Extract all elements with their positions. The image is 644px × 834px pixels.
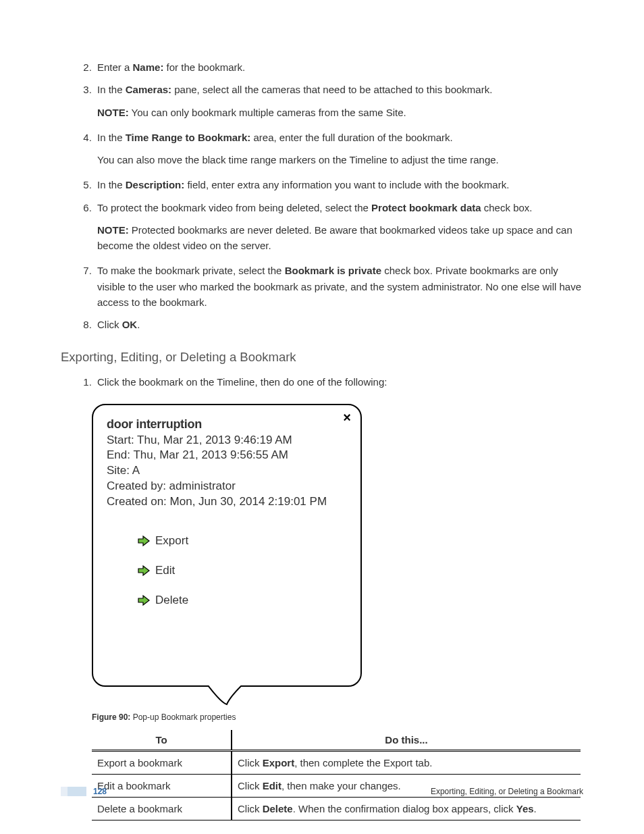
popup-created-on: Created on: Mon, Jun 30, 2014 2:19:01 PM [107,494,347,510]
step-bold: Cameras: [126,84,171,95]
step-suffix: . [137,319,140,330]
section-heading: Exporting, Editing, or Deleting a Bookma… [61,350,583,365]
table-header-to: To [92,730,232,751]
table-header-do: Do this... [232,730,581,751]
step-5: In the Description: field, enter extra a… [95,177,583,192]
figure-caption: Figure 90: Pop-up Bookmark properties [92,712,583,722]
sub-step-1: Click the bookmark on the Timeline, then… [95,374,583,390]
step-8: Click OK. [95,317,583,332]
figure-label: Figure 90: [92,712,130,722]
step-text: To make the bookmark private, select the [97,265,285,276]
arrow-right-icon [138,536,150,546]
note-text: You can only bookmark multiple cameras f… [129,107,406,118]
note-label: NOTE: [97,224,129,236]
step-6: To protect the bookmark video from being… [95,200,583,254]
popup-end: End: Thu, Mar 21, 2013 9:56:55 AM [107,448,347,463]
popup-actions: Export Edit Delete [107,534,347,607]
figure-text: Pop-up Bookmark properties [130,712,236,722]
arrow-right-icon [138,565,150,576]
popup-action-label: Delete [155,594,188,607]
arrow-right-icon [138,595,150,606]
popup-created-by: Created by: administrator [107,479,347,494]
step-bold: Name: [133,61,164,73]
page-decor-icon [61,787,86,796]
popup-delete-link[interactable]: Delete [138,594,347,607]
step-text: In the [97,84,126,95]
step-bold: Description: [126,179,185,190]
popup-action-label: Edit [155,564,175,577]
step-suffix: pane, select all the cameras that need t… [171,84,492,95]
popup-site: Site: A [107,463,347,479]
step-text: In the [97,132,126,143]
popup-action-label: Export [155,534,188,548]
step-bold: Protect bookmark data [371,202,481,213]
step-note: NOTE: Protected bookmarks are never dele… [97,222,583,254]
step-text: Click [97,319,122,330]
step-4: In the Time Range to Bookmark: area, ent… [95,130,583,168]
step-extra: You can also move the black time range m… [97,152,583,167]
step-text: Enter a [97,61,133,73]
page-footer: 128 Exporting, Editing, or Deleting a Bo… [0,787,644,796]
table-row: Export a bookmark Click Export, then com… [92,751,581,775]
table-cell-to: Export a bookmark [92,751,232,775]
step-text: To protect the bookmark video from being… [97,202,371,213]
page-number: 128 [93,787,107,796]
step-suffix: for the bookmark. [163,61,245,73]
popup-start: Start: Thu, Mar 21, 2013 9:46:19 AM [107,433,347,448]
step-bold: Bookmark is private [285,265,381,276]
actions-table: To Do this... Export a bookmark Click Ex… [92,730,581,820]
note-text: Protected bookmarks are never deleted. B… [97,224,572,251]
footer-topic: Exporting, Editing, or Deleting a Bookma… [431,787,583,796]
step-suffix: area, enter the full duration of the boo… [250,132,452,143]
step-bold: Time Range to Bookmark: [126,132,251,143]
close-icon[interactable]: × [343,411,351,424]
step-bold: OK [122,319,138,330]
popup-edit-link[interactable]: Edit [138,564,347,577]
popup-title: door interruption [107,417,347,432]
procedure-steps: Enter a Name: for the bookmark. In the C… [61,59,583,332]
step-7: To make the bookmark private, select the… [95,263,583,310]
table-row: Delete a bookmark Click Delete. When the… [92,798,581,820]
step-suffix: check box. [481,202,533,213]
step-text: In the [97,179,126,190]
bookmark-popup-figure: × door interruption Start: Thu, Mar 21, … [92,404,583,708]
popup-export-link[interactable]: Export [138,534,347,548]
table-cell-to: Delete a bookmark [92,798,232,820]
step-note: NOTE: You can only bookmark multiple cam… [97,105,583,120]
sub-steps: Click the bookmark on the Timeline, then… [61,374,583,390]
bookmark-popup: × door interruption Start: Thu, Mar 21, … [92,404,362,687]
speech-bubble-tail-icon [92,687,362,707]
step-3: In the Cameras: pane, select all the cam… [95,82,583,120]
note-label: NOTE: [97,107,129,118]
step-suffix: field, enter extra any information you w… [184,179,509,190]
step-2: Enter a Name: for the bookmark. [95,59,583,75]
table-cell-do: Click Export, then complete the Export t… [232,751,581,775]
table-cell-do: Click Delete. When the confirmation dial… [232,798,581,820]
footer-left: 128 [61,787,107,796]
